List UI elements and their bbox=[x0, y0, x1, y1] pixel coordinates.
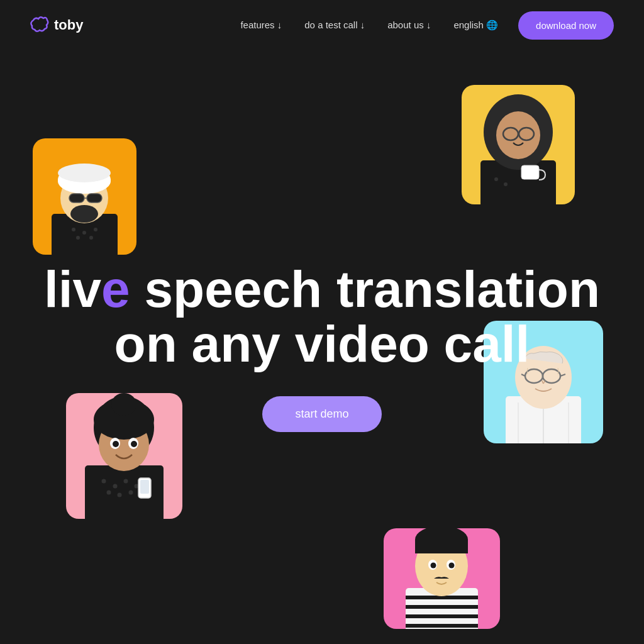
navbar: toby features ↓ do a test call ↓ about u… bbox=[0, 0, 644, 50]
svg-point-40 bbox=[118, 493, 122, 497]
nav-test-call[interactable]: do a test call ↓ bbox=[304, 19, 365, 30]
start-demo-button[interactable]: start demo bbox=[262, 396, 381, 432]
svg-point-21 bbox=[494, 177, 498, 181]
svg-point-35 bbox=[113, 484, 118, 489]
svg-point-39 bbox=[107, 491, 111, 495]
svg-point-11 bbox=[94, 228, 97, 231]
svg-point-9 bbox=[72, 228, 75, 231]
avatar-card-5 bbox=[384, 528, 500, 629]
nav-links: features ↓ do a test call ↓ about us ↓ e… bbox=[240, 19, 498, 31]
svg-point-41 bbox=[129, 491, 133, 495]
svg-point-34 bbox=[102, 479, 106, 484]
nav-features[interactable]: features ↓ bbox=[240, 19, 282, 30]
avatar-card-1 bbox=[33, 138, 136, 255]
avatar-card-4 bbox=[66, 393, 182, 519]
svg-rect-6 bbox=[87, 194, 102, 203]
svg-point-4 bbox=[58, 164, 111, 182]
avatar-card-2 bbox=[462, 85, 575, 204]
svg-rect-56 bbox=[406, 614, 478, 618]
logo-link[interactable]: toby bbox=[30, 14, 83, 37]
logo-text: toby bbox=[54, 17, 83, 33]
svg-point-64 bbox=[449, 563, 455, 569]
svg-point-36 bbox=[124, 479, 128, 484]
svg-rect-57 bbox=[406, 624, 478, 628]
svg-point-22 bbox=[504, 182, 508, 186]
svg-rect-52 bbox=[140, 480, 149, 494]
svg-point-63 bbox=[431, 563, 436, 569]
svg-rect-55 bbox=[406, 605, 478, 609]
svg-point-12 bbox=[76, 236, 80, 240]
svg-point-49 bbox=[113, 441, 119, 447]
logo-icon bbox=[30, 14, 49, 37]
nav-about[interactable]: about us ↓ bbox=[387, 19, 431, 30]
hero-section: live speech translationon any video call… bbox=[0, 50, 644, 644]
hero-highlight-letter: e bbox=[101, 260, 130, 318]
svg-point-46 bbox=[111, 393, 136, 416]
svg-rect-20 bbox=[521, 165, 539, 179]
svg-rect-60 bbox=[415, 540, 468, 553]
svg-point-10 bbox=[82, 231, 86, 235]
svg-rect-5 bbox=[69, 194, 84, 203]
svg-rect-33 bbox=[85, 465, 164, 519]
svg-point-13 bbox=[89, 236, 93, 240]
hero-title-text: live speech translationon any video call bbox=[44, 260, 600, 372]
svg-point-8 bbox=[70, 205, 98, 223]
download-button[interactable]: download now bbox=[518, 11, 614, 40]
nav-language[interactable]: english 🌐 bbox=[453, 19, 498, 30]
svg-point-50 bbox=[131, 441, 137, 447]
hero-title: live speech translationon any video call bbox=[44, 262, 600, 370]
